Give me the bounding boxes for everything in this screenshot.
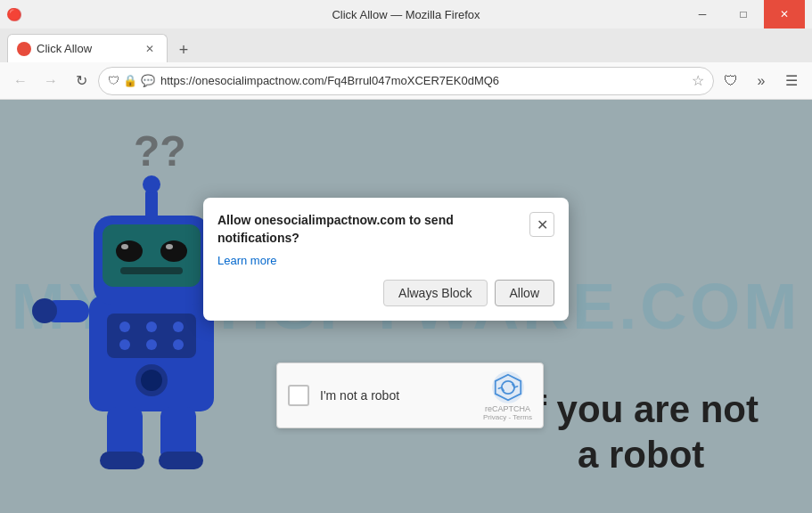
notification-permission-popup: Allow onesocialimpactnow.com to send not… [203, 198, 569, 321]
popup-title: Allow onesocialimpactnow.com to send not… [217, 212, 521, 247]
recaptcha-widget: I'm not a robot reCAPTCHA Privacy - Term… [276, 362, 544, 428]
page-heading-line1: if you are not [523, 387, 759, 432]
svg-point-5 [160, 240, 187, 262]
recaptcha-label: I'm not a robot [320, 388, 483, 403]
svg-rect-9 [107, 314, 196, 358]
svg-rect-26 [145, 189, 158, 220]
titlebar-x-btn[interactable]: ✕ [764, 0, 805, 28]
titlebar-maximize-btn[interactable]: □ [723, 0, 764, 28]
tab-label: Click Allow [37, 42, 136, 55]
svg-point-0 [20, 45, 29, 53]
titlebar-close-btn[interactable]: 🔴 [7, 8, 20, 20]
svg-rect-24 [100, 452, 144, 469]
titlebar-controls: 🔴 [7, 8, 20, 20]
page-text: if you are not a robot [523, 387, 759, 477]
menu-btn[interactable]: ☰ [778, 68, 805, 94]
svg-point-28 [492, 371, 524, 403]
svg-point-12 [173, 322, 184, 332]
popup-close-btn[interactable]: ✕ [529, 212, 554, 237]
allow-btn[interactable]: Allow [495, 280, 554, 306]
svg-point-10 [119, 322, 130, 332]
always-block-btn[interactable]: Always Block [383, 280, 487, 306]
tabbar: Click Allow ✕ + [0, 28, 812, 62]
recaptcha-checkbox[interactable] [288, 385, 309, 406]
svg-point-6 [121, 244, 128, 249]
svg-point-19 [32, 298, 57, 323]
svg-point-4 [116, 240, 143, 262]
popup-buttons: Always Block Allow [217, 280, 554, 306]
lock-icon: 🔒 [123, 74, 137, 87]
navbar: ← → ↻ 🛡 🔒 💬 https://onesocialimpactnow.c… [0, 62, 812, 100]
titlebar: 🔴 Click Allow — Mozilla Firefox ─ □ ✕ [0, 0, 812, 28]
svg-point-27 [143, 175, 160, 193]
active-tab[interactable]: Click Allow ✕ [7, 34, 168, 62]
url-text: https://onesocialimpactnow.com/Fq4Brrul0… [160, 74, 686, 87]
svg-point-14 [146, 339, 157, 350]
svg-point-11 [146, 322, 157, 332]
address-bar[interactable]: 🛡 🔒 💬 https://onesocialimpactnow.com/Fq4… [98, 67, 714, 95]
svg-rect-8 [120, 267, 183, 274]
recaptcha-links: Privacy - Terms [483, 413, 532, 421]
address-security-icons: 🛡 🔒 💬 [108, 74, 155, 87]
shield-icon: 🛡 [108, 74, 119, 87]
browser-content: MYANTISPYWARE.COM [0, 100, 812, 513]
popup-header: Allow onesocialimpactnow.com to send not… [217, 212, 554, 247]
new-tab-btn[interactable]: + [171, 37, 196, 62]
nav-right-buttons: 🛡 » ☰ [718, 68, 805, 94]
tab-favicon [17, 42, 31, 56]
notification-icon: 💬 [141, 74, 155, 87]
bookmark-star-icon[interactable]: ☆ [692, 72, 704, 89]
reload-btn[interactable]: ↻ [68, 68, 94, 94]
svg-point-17 [141, 370, 162, 391]
recaptcha-privacy-link[interactable]: Privacy [483, 413, 506, 421]
titlebar-minimize-btn[interactable]: ─ [682, 0, 723, 28]
learn-more-link[interactable]: Learn more [217, 254, 554, 267]
svg-rect-25 [159, 452, 203, 469]
shield-btn[interactable]: 🛡 [718, 68, 744, 94]
question-marks: ?? [134, 126, 186, 175]
svg-point-15 [173, 339, 184, 350]
titlebar-win-buttons: ─ □ ✕ [682, 0, 805, 28]
svg-point-7 [166, 244, 173, 249]
recaptcha-logo-icon [491, 370, 525, 404]
titlebar-title: Click Allow — Mozilla Firefox [332, 8, 480, 21]
back-btn[interactable]: ← [7, 68, 34, 94]
tab-close-btn[interactable]: ✕ [142, 41, 158, 57]
page-heading-line2: a robot [523, 433, 759, 477]
recaptcha-logo-area: reCAPTCHA Privacy - Terms [483, 370, 532, 421]
recaptcha-terms-link[interactable]: Terms [513, 413, 532, 421]
forward-btn[interactable]: → [37, 68, 64, 94]
recaptcha-brand-label: reCAPTCHA [485, 404, 530, 413]
svg-point-13 [119, 339, 130, 350]
more-tools-btn[interactable]: » [748, 68, 775, 94]
